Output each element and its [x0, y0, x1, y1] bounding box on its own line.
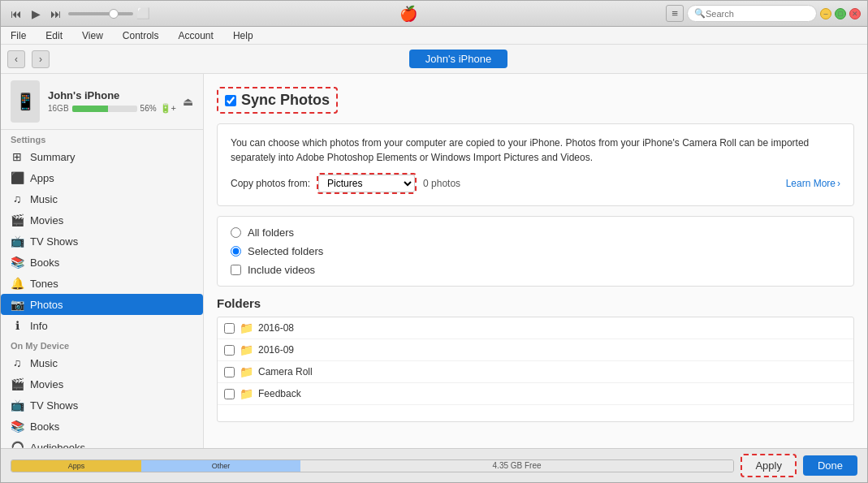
- folders-section: Folders 📁 2016-08 📁 2016-09 📁: [217, 296, 854, 422]
- copy-from-dropdown[interactable]: Pictures iPhoto Choose folder...: [318, 175, 415, 192]
- storage-bar: [72, 106, 137, 112]
- forward-button[interactable]: ›: [32, 50, 50, 68]
- table-row[interactable]: 📁 Camera Roll: [218, 361, 853, 383]
- sidebar-item-books[interactable]: 📚 Books: [1, 252, 203, 273]
- menu-edit[interactable]: Edit: [42, 28, 66, 43]
- menubar: File Edit View Controls Account Help: [1, 27, 867, 45]
- selected-folders-row: Selected folders: [231, 245, 840, 257]
- content-area: Sync Photos You can choose which photos …: [204, 74, 867, 448]
- window-controls: – □ ✕: [820, 8, 861, 19]
- info-box: You can choose which photos from your co…: [217, 123, 854, 206]
- back-button[interactable]: ‹: [7, 50, 25, 68]
- sidebar-label-movies-device: Movies: [30, 378, 63, 390]
- sidebar-item-tones[interactable]: 🔔 Tones: [1, 273, 203, 294]
- storage-used: [72, 106, 109, 112]
- sidebar-item-music[interactable]: ♫ Music: [1, 188, 203, 209]
- fast-forward-button[interactable]: ⏭: [47, 6, 65, 22]
- learn-more-chevron: ›: [837, 178, 840, 189]
- menu-view[interactable]: View: [79, 28, 106, 43]
- sidebar-item-info[interactable]: ℹ Info: [1, 315, 203, 336]
- eject-button[interactable]: ⏏: [183, 95, 193, 108]
- sidebar-label-music-device: Music: [30, 357, 58, 369]
- sidebar: 📱 John's iPhone 16GB 56% 🔋+ ⏏ Settings: [1, 74, 204, 448]
- folder-checkbox-3[interactable]: [224, 389, 235, 399]
- titlebar: ⏮ ▶ ⏭ ⬜ 🍎 ≡ 🔍 – □ ✕: [1, 1, 867, 27]
- volume-thumb[interactable]: [109, 9, 119, 19]
- sidebar-item-movies-device[interactable]: 🎬 Movies: [1, 373, 203, 395]
- photo-count: 0 photos: [423, 178, 460, 189]
- sidebar-item-apps[interactable]: ⬛ Apps: [1, 167, 203, 188]
- storage-bar-wrap: 16GB 56% 🔋+: [48, 103, 176, 114]
- airplay-button[interactable]: ⬜: [136, 7, 150, 19]
- done-button[interactable]: Done: [803, 455, 857, 476]
- storage-bottom-bar: Apps Other 4.35 GB Free: [11, 459, 734, 472]
- sidebar-item-movies[interactable]: 🎬 Movies: [1, 209, 203, 231]
- learn-more-link[interactable]: Learn More ›: [786, 178, 840, 189]
- sidebar-item-tvshows-device[interactable]: 📺 TV Shows: [1, 395, 203, 416]
- include-videos-row: Include videos: [231, 264, 840, 276]
- device-name-label: John's iPhone: [48, 89, 176, 101]
- battery-icon: 🔋+: [160, 103, 176, 114]
- sync-photos-checkbox[interactable]: [225, 95, 236, 106]
- table-row[interactable]: 📁 2016-09: [218, 339, 853, 361]
- folder-checkbox-1[interactable]: [224, 345, 235, 356]
- folder-name-2: Camera Roll: [258, 366, 313, 377]
- menu-controls[interactable]: Controls: [119, 28, 162, 43]
- table-row[interactable]: 📁 2016-08: [218, 317, 853, 339]
- search-icon: 🔍: [694, 8, 706, 19]
- sidebar-label-summary: Summary: [30, 151, 76, 163]
- apple-logo: 🍎: [399, 5, 417, 23]
- close-button[interactable]: ✕: [849, 8, 861, 19]
- sidebar-item-books-device[interactable]: 📚 Books: [1, 416, 203, 437]
- folder-name-1: 2016-09: [258, 344, 294, 356]
- include-videos-checkbox[interactable]: [231, 265, 241, 275]
- folder-checkbox-2[interactable]: [224, 367, 235, 377]
- info-icon: ℹ: [11, 319, 24, 332]
- menu-account[interactable]: Account: [175, 28, 217, 43]
- tones-icon: 🔔: [11, 277, 24, 290]
- minimize-button[interactable]: –: [820, 8, 831, 19]
- other-segment: Other: [141, 460, 300, 472]
- books-icon: 📚: [11, 256, 24, 269]
- learn-more-label: Learn More: [786, 178, 836, 189]
- sidebar-item-music-device[interactable]: ♫ Music: [1, 352, 203, 373]
- audiobooks-icon: 🎧: [11, 441, 24, 448]
- folder-icon: 📁: [240, 365, 253, 378]
- menu-file[interactable]: File: [7, 28, 29, 43]
- transport-controls: ⏮ ▶ ⏭ ⬜: [7, 6, 150, 22]
- volume-slider[interactable]: [68, 12, 133, 15]
- device-name-button[interactable]: John's iPhone: [409, 50, 507, 68]
- search-input[interactable]: [706, 9, 803, 19]
- menu-help[interactable]: Help: [230, 28, 257, 43]
- sidebar-label-music: Music: [30, 193, 58, 205]
- folder-checkbox-0[interactable]: [224, 323, 235, 334]
- sidebar-item-photos[interactable]: 📷 Photos: [1, 294, 203, 315]
- main-area: 📱 John's iPhone 16GB 56% 🔋+ ⏏ Settings: [1, 74, 867, 448]
- movies-device-icon: 🎬: [11, 377, 24, 390]
- music-icon: ♫: [11, 192, 24, 205]
- info-text: You can choose which photos from your co…: [231, 136, 840, 165]
- sidebar-label-audiobooks: Audiobooks: [30, 442, 85, 449]
- folder-icon: 📁: [240, 321, 253, 334]
- sidebar-item-tv-shows[interactable]: 📺 TV Shows: [1, 231, 203, 252]
- on-my-device-section-label: On My Device: [1, 336, 203, 352]
- sync-checkbox-outline: Sync Photos: [217, 87, 338, 114]
- list-view-button[interactable]: ≡: [666, 5, 684, 22]
- selected-folders-radio[interactable]: [231, 246, 241, 257]
- sidebar-item-summary[interactable]: ⊞ Summary: [1, 146, 203, 167]
- device-details: John's iPhone 16GB 56% 🔋+: [48, 89, 176, 114]
- sidebar-item-audiobooks[interactable]: 🎧 Audiobooks: [1, 437, 203, 448]
- other-label: Other: [212, 462, 231, 470]
- play-button[interactable]: ▶: [28, 6, 44, 22]
- rewind-button[interactable]: ⏮: [7, 6, 25, 22]
- apply-button[interactable]: Apply: [741, 454, 797, 477]
- maximize-button[interactable]: □: [835, 8, 846, 19]
- table-row[interactable]: 📁 Feedback: [218, 383, 853, 405]
- folders-list[interactable]: 📁 2016-08 📁 2016-09 📁 Camera Roll: [217, 317, 854, 422]
- all-folders-radio[interactable]: [231, 227, 241, 238]
- copy-from-row: Copy photos from: Pictures iPhoto Choose…: [231, 173, 840, 194]
- sidebar-label-photos: Photos: [30, 299, 63, 311]
- all-folders-label: All folders: [248, 226, 294, 239]
- folder-icon: 📁: [240, 343, 253, 356]
- device-icon: 📱: [11, 80, 40, 123]
